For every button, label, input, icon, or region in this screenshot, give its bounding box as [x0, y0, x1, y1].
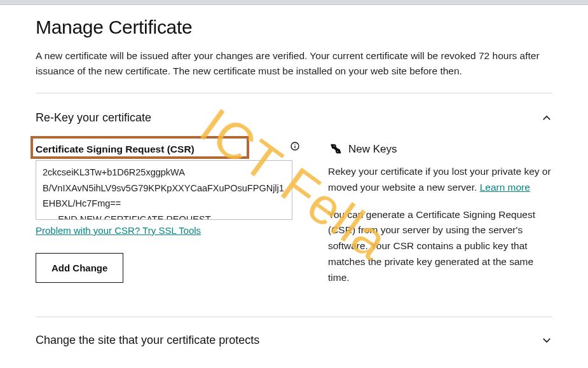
add-change-button[interactable]: Add Change: [36, 253, 123, 283]
svg-point-2: [294, 144, 295, 144]
newkeys-para2: You can generate a Certificate Signing R…: [328, 207, 552, 286]
info-icon[interactable]: [290, 141, 300, 151]
rekey-right-column: New Keys Rekey your certificate if you l…: [328, 140, 552, 297]
newkeys-title: New Keys: [348, 143, 397, 156]
rekey-section-header[interactable]: Re-Key your certificate: [36, 93, 552, 140]
rekey-section-body: Certificate Signing Request (CSR) Proble…: [36, 140, 552, 317]
change-site-title: Change the site that your certificate pr…: [36, 334, 259, 347]
learn-more-link[interactable]: Learn more: [480, 182, 530, 193]
ssl-tools-link[interactable]: Problem with your CSR? Try SSL Tools: [36, 225, 201, 236]
keys-icon: [328, 142, 342, 156]
csr-textarea[interactable]: [36, 160, 292, 220]
change-site-section-header[interactable]: Change the site that your certificate pr…: [36, 317, 552, 347]
newkeys-para1: Rekey your certificate if you lost your …: [328, 164, 552, 196]
window-topbar: [0, 0, 588, 5]
chevron-up-icon: [541, 112, 552, 124]
csr-label-wrap: Certificate Signing Request (CSR): [36, 140, 198, 159]
newkeys-header: New Keys: [328, 142, 552, 156]
content-area: Manage Certificate A new certificate wil…: [0, 5, 588, 347]
chevron-down-icon: [541, 334, 552, 346]
intro-text: A new certificate will be issued after y…: [36, 48, 552, 79]
csr-label: Certificate Signing Request (CSR): [36, 140, 198, 159]
rekey-section-title: Re-Key your certificate: [36, 111, 151, 125]
rekey-left-column: Certificate Signing Request (CSR) Proble…: [36, 140, 303, 297]
page-title: Manage Certificate: [36, 17, 552, 38]
